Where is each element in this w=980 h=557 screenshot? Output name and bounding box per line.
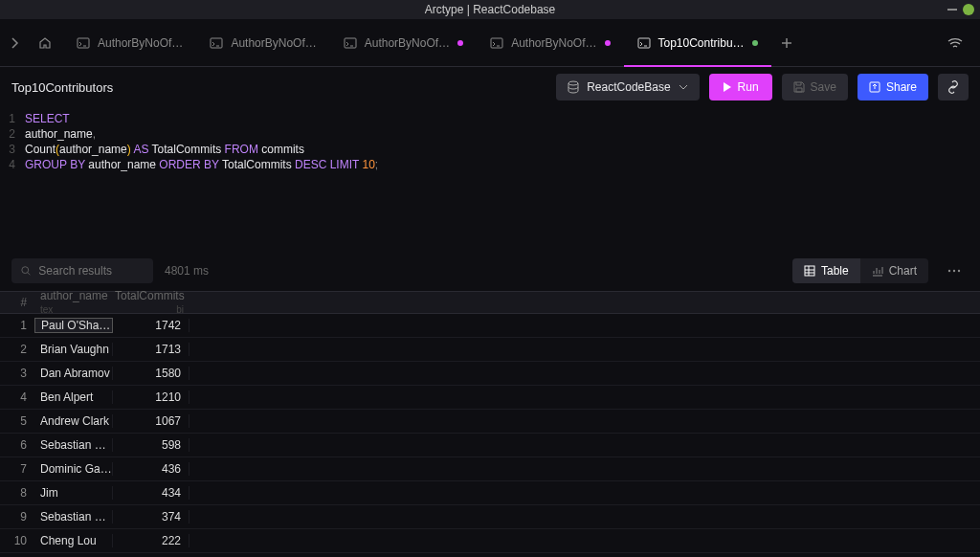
search-icon [21, 265, 31, 277]
cell-author[interactable]: Paul O'Shann… [34, 318, 113, 333]
query-timing: 4801 ms [165, 264, 209, 278]
table-row[interactable]: 1Paul O'Shann…1742 [0, 314, 980, 338]
column-author[interactable]: author_name tex [34, 289, 115, 316]
cell-author[interactable]: Sebastian Ma… [34, 438, 113, 452]
cell-commits[interactable]: 222 [113, 534, 189, 547]
more-options-button[interactable] [940, 269, 969, 273]
tab-label: AuthorByNoOf… [365, 36, 450, 50]
svg-point-7 [22, 267, 29, 274]
column-index: # [0, 296, 34, 309]
search-input[interactable] [38, 264, 144, 278]
topbar: AuthorByNoOf… AuthorByNoOf… AuthorByNoOf… [0, 19, 980, 67]
query-icon [210, 37, 223, 49]
line-number: 4 [0, 157, 25, 172]
tab-top10-contributors[interactable]: Top10Contribu… [624, 19, 771, 67]
tab-label: AuthorByNoOf… [231, 36, 316, 50]
search-results-box[interactable] [11, 258, 153, 283]
database-icon [568, 80, 579, 94]
svg-point-5 [568, 81, 578, 85]
tab-author-1[interactable]: AuthorByNoOf… [63, 19, 196, 67]
cell-commits[interactable]: 1713 [113, 343, 189, 356]
cell-commits[interactable]: 598 [113, 438, 189, 452]
row-number: 7 [0, 462, 34, 476]
view-label: Table [821, 264, 849, 278]
cell-author[interactable]: Dan Abramov [34, 367, 113, 380]
view-toggle: Table Chart [792, 258, 928, 283]
svg-point-10 [953, 270, 955, 272]
line-number: 1 [0, 111, 25, 126]
close-button[interactable] [963, 4, 974, 15]
expand-sidebar-button[interactable] [8, 35, 23, 51]
table-row[interactable]: 7Dominic Gann…436 [0, 457, 980, 481]
query-icon [490, 37, 503, 49]
table-header: # author_name tex TotalCommits bi [0, 291, 980, 314]
cell-commits[interactable]: 374 [113, 510, 189, 524]
svg-point-9 [948, 270, 950, 272]
tab-label: AuthorByNoOf… [511, 36, 596, 50]
view-table-button[interactable]: Table [792, 258, 860, 283]
line-number: 3 [0, 142, 25, 157]
home-button[interactable] [31, 29, 59, 57]
cell-author[interactable]: Brian Vaughn [34, 343, 113, 356]
table-row[interactable]: 6Sebastian Ma…598 [0, 434, 980, 457]
cell-author[interactable]: Andrew Clark [34, 414, 113, 428]
view-chart-button[interactable]: Chart [860, 258, 928, 283]
table-row[interactable]: 2Brian Vaughn1713 [0, 338, 980, 362]
svg-point-11 [958, 270, 960, 272]
save-label: Save [811, 80, 836, 94]
row-number: 1 [0, 319, 34, 332]
modified-dot-icon [457, 40, 463, 46]
table-icon [804, 265, 815, 277]
ellipsis-icon [947, 269, 961, 273]
cell-commits[interactable]: 436 [113, 462, 189, 476]
run-button[interactable]: Run [709, 74, 772, 100]
window-title: Arctype | ReactCodebase [425, 3, 556, 16]
save-button[interactable]: Save [782, 74, 848, 100]
column-commits[interactable]: TotalCommits bi [115, 289, 191, 316]
table-row[interactable]: 9Sebastian Ma…374 [0, 505, 980, 529]
modified-dot-icon [605, 40, 611, 46]
table-row[interactable]: 4Ben Alpert1210 [0, 386, 980, 410]
database-select[interactable]: ReactCodeBase [556, 74, 699, 100]
cell-commits[interactable]: 1067 [113, 414, 189, 428]
add-tab-button[interactable] [771, 37, 802, 49]
connection-status-icon[interactable] [938, 37, 972, 49]
sql-editor[interactable]: 1SELECT 2author_name, 3Count(author_name… [0, 107, 980, 251]
window-controls [947, 4, 974, 15]
cell-commits[interactable]: 1210 [113, 390, 189, 404]
cell-author[interactable]: Cheng Lou [34, 534, 113, 547]
cell-author[interactable]: Jim [34, 486, 113, 500]
svg-rect-8 [805, 266, 814, 276]
tab-author-3[interactable]: AuthorByNoOf… [330, 19, 477, 67]
play-icon [723, 81, 732, 93]
cell-author[interactable]: Sebastian Ma… [34, 510, 113, 524]
row-number: 2 [0, 343, 34, 356]
table-row[interactable]: 3Dan Abramov1580 [0, 362, 980, 386]
table-row[interactable]: 5Andrew Clark1067 [0, 410, 980, 434]
page-title: Top10Contributors [11, 80, 546, 95]
run-label: Run [738, 80, 759, 94]
table-row[interactable]: 8Jim434 [0, 481, 980, 505]
tab-author-4[interactable]: AuthorByNoOf… [477, 19, 623, 67]
cell-commits[interactable]: 434 [113, 486, 189, 500]
row-number: 8 [0, 486, 34, 500]
cell-author[interactable]: Dominic Gann… [34, 462, 113, 476]
table-row[interactable]: 10Cheng Lou222 [0, 529, 980, 553]
copy-link-button[interactable] [938, 74, 969, 100]
row-number: 3 [0, 367, 34, 380]
database-name: ReactCodeBase [587, 80, 670, 94]
cell-author[interactable]: Ben Alpert [34, 390, 113, 404]
tab-label: AuthorByNoOf… [98, 36, 183, 50]
results-table: # author_name tex TotalCommits bi 1Paul … [0, 291, 980, 553]
query-toolbar: Top10Contributors ReactCodeBase Run Save… [0, 67, 980, 107]
query-icon [77, 37, 90, 49]
minimize-button[interactable] [947, 9, 957, 11]
view-label: Chart [889, 264, 917, 278]
tab-label: Top10Contribu… [658, 36, 745, 50]
tab-author-2[interactable]: AuthorByNoOf… [196, 19, 329, 67]
share-button[interactable]: Share [858, 74, 928, 100]
line-number: 2 [0, 126, 25, 142]
cell-commits[interactable]: 1742 [113, 319, 189, 332]
cell-commits[interactable]: 1580 [113, 367, 189, 380]
row-number: 10 [0, 534, 34, 547]
